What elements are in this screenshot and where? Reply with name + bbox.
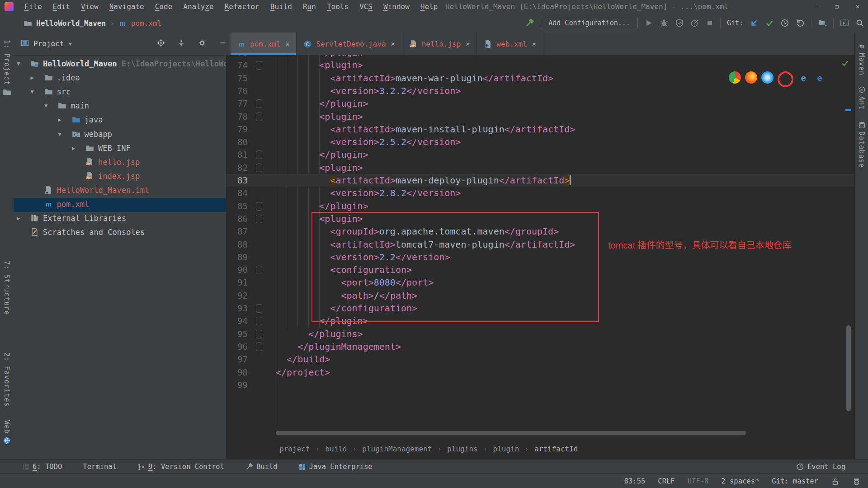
menu-help[interactable]: Help [415,0,443,14]
edge-icon[interactable]: e [814,71,826,84]
profiler-icon[interactable] [690,19,699,28]
maximize-button[interactable]: ❐ [826,0,847,14]
tree-item-java[interactable]: ▶java [14,113,226,127]
menu-refactor[interactable]: Refactor [219,0,265,14]
fold-marker-close-icon[interactable] [256,317,262,325]
code-line-73[interactable]: 73 </plugin> [226,55,854,59]
fold-marker-close-icon[interactable] [256,202,262,211]
menu-window[interactable]: Window [378,0,415,14]
menu-tools[interactable]: Tools [321,0,354,14]
tab-close-icon[interactable]: ✕ [391,40,395,48]
status-crlf[interactable]: CRLF [658,477,675,485]
crumb-artifactId[interactable]: artifactId [534,445,578,453]
git-commit-icon[interactable] [765,19,774,28]
firefox-icon[interactable] [745,71,757,84]
code-line-82[interactable]: 82 <plugin> [226,161,854,174]
crumb-project[interactable]: project [279,445,310,453]
code-line-74[interactable]: 74 <plugin> [226,59,854,71]
ie-icon[interactable]: e [797,71,810,84]
coverage-icon[interactable] [675,19,684,28]
code-line-98[interactable]: 98</project> [226,366,854,379]
stripe-tab----structure[interactable]: 7: Structure [0,261,14,315]
tree-item-pom.xml[interactable]: mpom.xml [14,198,226,212]
lock-icon[interactable] [831,477,840,486]
code-line-95[interactable]: 95 </plugins> [226,328,854,340]
tree-item-src[interactable]: ▼src [14,85,226,99]
code-line-81[interactable]: 81 </plugin> [226,148,854,161]
status-utf-8[interactable]: UTF-8 [688,477,709,485]
tree-item-helloworld-maven[interactable]: ▼HelloWorld_Maven E:\IdeaProjects\HelloW… [14,57,226,71]
stripe-tab----favorites[interactable]: 2: Favorites [0,352,14,407]
chevron-down-icon[interactable]: ▼ [44,103,47,109]
menu-vcs[interactable]: VCS [354,0,378,14]
opera-icon[interactable] [778,71,793,87]
menu-view[interactable]: View [75,0,104,14]
fold-marker-close-icon[interactable] [256,150,262,159]
toolwindow----todo[interactable]: 6: TODO [22,463,62,471]
stripe-tab-web[interactable]: Web [0,420,14,445]
undo-icon[interactable] [796,19,805,28]
menu-edit[interactable]: Edit [47,0,76,14]
project-structure-icon[interactable] [818,19,827,28]
tab-close-icon[interactable]: ✕ [466,40,470,48]
status-83-55[interactable]: 83:55 [624,477,646,485]
crumb-plugins[interactable]: plugins [447,445,477,453]
tree-item-index.jsp[interactable]: JSPindex.jsp [14,170,226,184]
tree-item-webapp[interactable]: ▼webapp [14,128,226,142]
tree-item-scratches-and-consoles[interactable]: Scratches and Consoles [14,226,226,240]
safari-icon[interactable] [761,71,774,84]
fold-marker-open-icon[interactable] [256,61,262,70]
tree-item-.idea[interactable]: ▶.idea [14,71,226,85]
fold-marker-close-icon[interactable] [256,304,262,313]
status-2-spaces-[interactable]: 2 spaces* [721,477,759,485]
code-line-99[interactable]: 99 [226,379,854,391]
tab-close-icon[interactable]: ✕ [285,40,289,48]
fold-marker-open-icon[interactable] [256,113,262,121]
breadcrumb-item[interactable]: pom.xml [131,19,161,28]
bug-icon[interactable] [660,19,669,28]
chevron-right-icon[interactable]: ▶ [31,75,34,81]
tab-close-icon[interactable]: ✕ [532,40,536,48]
tree-item-hello.jsp[interactable]: JSPhello.jsp [14,156,226,170]
stop-icon[interactable] [706,19,714,27]
crumb-pluginManagement[interactable]: pluginManagement [362,445,432,453]
menu-navigate[interactable]: Navigate [104,0,150,14]
stripe-tab-maven[interactable]: mMaven [855,42,868,75]
chevron-right-icon[interactable]: ▶ [72,145,75,151]
editor[interactable]: 73 </plugin>74 <plugin>75 <artifactId>ma… [226,55,854,438]
tab-web.xml[interactable]: web.xml✕ [477,33,543,55]
menu-run[interactable]: Run [297,0,321,14]
code-line-78[interactable]: 78 <plugin> [226,110,854,123]
tab-hello.jsp[interactable]: JSPhello.jsp✕ [402,33,477,55]
face-icon[interactable] [852,477,861,486]
tab-servletdemo.java[interactable]: CServletDemo.java✕ [297,33,402,55]
horizontal-scrollbar[interactable] [276,431,746,435]
toolwindow-event-log[interactable]: Event Log [796,463,845,471]
tree-item-web-inf[interactable]: ▶WEB-INF [14,142,226,156]
vertical-scrollbar[interactable] [846,325,851,411]
play-icon[interactable] [644,19,653,28]
code-line-97[interactable]: 97 </build> [226,353,854,366]
code-line-96[interactable]: 96 </pluginManagement> [226,340,854,353]
toolwindow-build[interactable]: Build [245,463,278,471]
menu-build[interactable]: Build [265,0,297,14]
stripe-tab----project[interactable]: 1: Project [0,40,14,96]
toolwindow-terminal[interactable]: Terminal [83,463,117,471]
toolwindow-java-enterprise[interactable]: Java Enterprise [298,463,373,471]
fold-marker-close-icon[interactable] [256,343,262,351]
add-configuration-button[interactable]: Add Configuration... [541,17,638,29]
tree-item-main[interactable]: ▼main [14,99,226,113]
fold-marker-close-icon[interactable] [256,99,262,108]
menu-code[interactable]: Code [150,0,178,14]
code-line-85[interactable]: 85 </plugin> [226,200,854,212]
chevron-right-icon[interactable]: ▶ [58,117,61,123]
stripe-tab-database[interactable]: Database [855,121,868,168]
code-line-79[interactable]: 79 <artifactId>maven-install-plugin</art… [226,123,854,136]
settings-icon[interactable] [198,39,206,47]
menu-analyze[interactable]: Analyze [178,0,219,14]
git-update-icon[interactable] [750,19,759,28]
clock-icon[interactable] [780,19,789,28]
fold-marker-open-icon[interactable] [256,266,262,274]
tab-pom.xml[interactable]: mpom.xml✕ [231,33,297,55]
fold-marker-open-icon[interactable] [256,215,262,223]
